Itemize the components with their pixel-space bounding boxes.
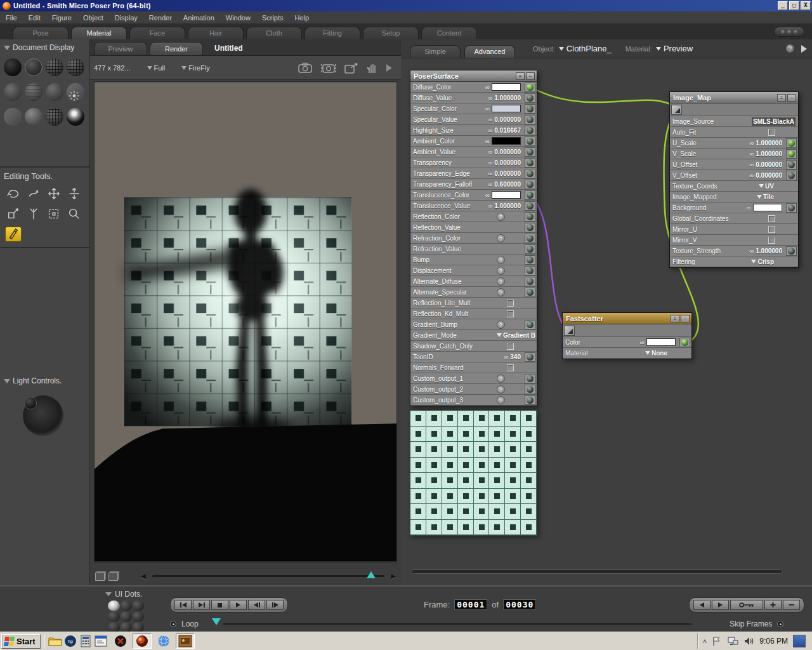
globe-app-icon[interactable] bbox=[154, 633, 173, 649]
dial-cell[interactable] bbox=[525, 320, 535, 329]
pan-hand-icon[interactable] bbox=[366, 62, 379, 74]
param-dial-icon[interactable] bbox=[788, 161, 795, 168]
renderer-dropdown[interactable]: FireFly bbox=[181, 64, 210, 72]
wire-imagemap-diffuse[interactable] bbox=[532, 88, 676, 108]
translate-tool-icon[interactable] bbox=[46, 186, 62, 201]
dial-cell[interactable] bbox=[525, 93, 535, 103]
display-mode-lit-wireframe-icon[interactable] bbox=[4, 83, 22, 101]
node-options-icon[interactable]: ≡ bbox=[777, 94, 786, 102]
rotate-tool-icon[interactable] bbox=[5, 186, 22, 201]
ui-dot-2[interactable] bbox=[120, 600, 132, 611]
node-posersurface-row-specular_value[interactable]: Specular_Value∞0.000000 bbox=[410, 114, 537, 125]
dial-cell[interactable] bbox=[525, 104, 535, 114]
node-posersurface-header[interactable]: PoserSurface≡~ bbox=[410, 70, 537, 82]
color-swatch[interactable] bbox=[753, 204, 782, 211]
room-tab-hair[interactable]: Hair bbox=[188, 27, 244, 39]
ui-dot-5[interactable] bbox=[120, 611, 132, 622]
node-imagemap-row-texture_strength[interactable]: Texture_Strength∞1.000000 bbox=[670, 246, 798, 256]
node-posersurface-row-reflection_value[interactable]: Reflection_Value bbox=[410, 222, 537, 233]
param-dial-icon[interactable] bbox=[527, 149, 534, 156]
node-posersurface-row-custom_output_3[interactable]: Custom_output_3? bbox=[410, 395, 537, 406]
node-canvas[interactable]: PoserSurface≡~Diffuse_Color∞Diffuse_Valu… bbox=[401, 58, 812, 574]
node-imagemap-row-image_mapped[interactable]: Image_MappedTile bbox=[670, 192, 798, 202]
param-dial-icon[interactable] bbox=[527, 159, 534, 166]
param-dial-icon[interactable] bbox=[527, 138, 534, 145]
image-app-button[interactable] bbox=[176, 633, 195, 649]
animate-link-icon[interactable]: ∞ bbox=[749, 150, 753, 157]
param-dropdown[interactable]: Tile bbox=[757, 194, 774, 201]
tray-network-icon[interactable] bbox=[727, 636, 738, 646]
node-imagemap-row-background[interactable]: Background∞ bbox=[670, 202, 798, 213]
param-checkbox[interactable] bbox=[507, 364, 514, 371]
room-tab-face[interactable]: Face bbox=[129, 27, 185, 39]
color-swatch[interactable] bbox=[492, 83, 521, 91]
param-dial-icon[interactable] bbox=[527, 192, 534, 199]
object-dropdown[interactable]: ClothPlane_ bbox=[559, 44, 612, 53]
scale-tool-icon[interactable] bbox=[5, 206, 22, 222]
timeline-marker[interactable] bbox=[212, 618, 221, 625]
tab-advanced[interactable]: Advanced bbox=[464, 45, 515, 58]
room-tab-content[interactable]: Content bbox=[421, 27, 477, 39]
node-posersurface[interactable]: PoserSurface≡~Diffuse_Color∞Diffuse_Valu… bbox=[410, 70, 537, 406]
dial-cell[interactable] bbox=[525, 266, 535, 275]
param-dial-icon[interactable] bbox=[527, 84, 534, 91]
node-posersurface-row-gradient_bump[interactable]: Gradient_Bump? bbox=[410, 319, 537, 330]
unset-value-icon[interactable]: ? bbox=[497, 256, 505, 264]
menu-window[interactable]: Window bbox=[220, 14, 256, 22]
unset-value-icon[interactable]: ? bbox=[497, 267, 505, 275]
display-mode-outline-icon[interactable] bbox=[25, 58, 43, 76]
menu-file[interactable]: File bbox=[0, 14, 23, 22]
param-value[interactable]: 0.000000 bbox=[494, 170, 521, 177]
menu-object[interactable]: Object bbox=[77, 14, 109, 22]
node-imagemap-row-filtering[interactable]: FilteringCrisp bbox=[670, 256, 798, 267]
dial-cell[interactable] bbox=[786, 171, 797, 180]
folder-icon[interactable] bbox=[48, 633, 63, 649]
keyframe-button[interactable] bbox=[730, 600, 763, 610]
node-posersurface-row-reflection_lite_mult[interactable]: Reflection_Lite_Mult bbox=[410, 298, 537, 308]
room-tab-setup[interactable]: Setup bbox=[363, 27, 419, 39]
node-posersurface-row-ambient_color[interactable]: Ambient_Color∞ bbox=[410, 136, 537, 147]
param-dial-icon[interactable] bbox=[788, 248, 795, 255]
animate-link-icon[interactable]: ∞ bbox=[485, 105, 489, 112]
node-posersurface-row-bump[interactable]: Bump? bbox=[410, 255, 537, 265]
param-value[interactable]: 0.600000 bbox=[494, 181, 521, 188]
node-preview-toggle-icon[interactable] bbox=[564, 326, 575, 336]
image-source-value[interactable]: SMLS-BlackA bbox=[752, 117, 796, 126]
display-mode-hardware-shaded-icon[interactable] bbox=[67, 108, 84, 126]
restore-button[interactable]: □ bbox=[789, 1, 799, 10]
material-dropdown[interactable]: Preview bbox=[656, 44, 693, 53]
menu-render[interactable]: Render bbox=[143, 14, 178, 22]
node-posersurface-row-translucence_color[interactable]: Translucence_Color∞ bbox=[410, 190, 537, 201]
param-dial-icon[interactable] bbox=[527, 224, 534, 231]
dial-cell[interactable] bbox=[525, 201, 535, 211]
unset-value-icon[interactable]: ? bbox=[497, 321, 505, 329]
node-posersurface-row-reflection_kd_mult[interactable]: Reflection_Kd_Mult bbox=[410, 308, 537, 319]
dial-cell[interactable] bbox=[525, 83, 535, 92]
collapse-triangle-icon[interactable] bbox=[4, 379, 10, 383]
node-posersurface-row-custom_output_2[interactable]: Custom_output_2? bbox=[410, 384, 537, 395]
param-dial-icon[interactable] bbox=[788, 150, 795, 157]
close-button[interactable]: X bbox=[801, 1, 811, 10]
param-dial-icon[interactable] bbox=[527, 202, 534, 209]
poser-taskbar-button[interactable] bbox=[133, 633, 152, 649]
node-posersurface-row-reflection_color[interactable]: Reflection_Color? bbox=[410, 211, 537, 222]
total-frames-field[interactable]: 00030 bbox=[503, 599, 536, 610]
param-dial-icon[interactable] bbox=[527, 289, 534, 296]
node-posersurface-row-ambient_value[interactable]: Ambient_Value∞0.000000 bbox=[410, 147, 537, 157]
tray-chevron-icon[interactable]: ˄ bbox=[703, 637, 707, 645]
animate-link-icon[interactable]: ∞ bbox=[504, 354, 508, 361]
node-posersurface-row-transparency_edge[interactable]: Transparency_Edge∞0.000000 bbox=[410, 168, 537, 179]
param-checkbox[interactable] bbox=[768, 215, 775, 222]
room-tab-pose[interactable]: Pose bbox=[13, 27, 69, 39]
calculator-icon[interactable] bbox=[78, 633, 93, 649]
minimize-button[interactable]: _ bbox=[778, 1, 788, 10]
param-dial-icon[interactable] bbox=[527, 213, 534, 220]
animate-link-icon[interactable]: ∞ bbox=[749, 248, 753, 255]
param-dial-icon[interactable] bbox=[527, 354, 534, 361]
animate-link-icon[interactable]: ∞ bbox=[488, 149, 492, 156]
display-mode-flat-shaded-icon[interactable] bbox=[25, 83, 43, 101]
unset-value-icon[interactable]: ? bbox=[497, 213, 505, 221]
dial-cell[interactable] bbox=[525, 212, 535, 222]
menu-display[interactable]: Display bbox=[109, 14, 143, 22]
param-value[interactable]: 0.000000 bbox=[494, 159, 521, 166]
